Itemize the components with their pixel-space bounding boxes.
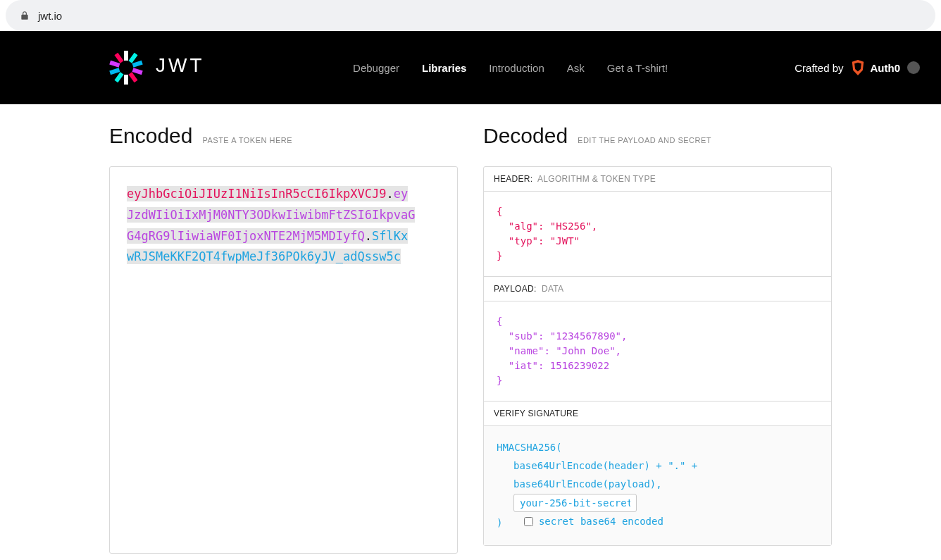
label-text: HEADER: bbox=[494, 174, 532, 184]
auth0-logo-icon bbox=[850, 60, 866, 75]
svg-rect-1 bbox=[124, 75, 128, 85]
token-signature-segment: SflKx bbox=[372, 229, 408, 243]
secret-base64-checkbox[interactable] bbox=[524, 517, 533, 526]
nav-debugger[interactable]: Debugger bbox=[353, 62, 399, 74]
logo-text: JWT bbox=[156, 55, 226, 81]
encoded-subtitle: PASTE A TOKEN HERE bbox=[202, 136, 292, 144]
nav-introduction[interactable]: Introduction bbox=[489, 62, 544, 74]
svg-rect-8 bbox=[128, 72, 137, 82]
decoded-payload-label: PAYLOAD: DATA bbox=[484, 277, 831, 301]
logo[interactable]: JWT bbox=[109, 51, 226, 85]
verify-signature-label: VERIFY SIGNATURE bbox=[484, 402, 831, 426]
main-content: Encoded PASTE A TOKEN HERE eyJhbGciOiJIU… bbox=[0, 104, 941, 560]
header-right: Crafted by Auth0 bbox=[794, 60, 920, 75]
decoded-header-json[interactable]: { "alg": "HS256", "typ": "JWT" } bbox=[484, 192, 831, 276]
decoded-column: Decoded EDIT THE PAYLOAD AND SECRET HEAD… bbox=[483, 124, 832, 554]
token-dot: . bbox=[386, 187, 393, 201]
token-header-segment: eyJhbGciOiJIUzI1NiIsInR5cCI6IkpXVCJ9 bbox=[127, 187, 386, 201]
label-text: PAYLOAD: bbox=[494, 284, 537, 294]
jwt-logo-icon bbox=[109, 51, 143, 85]
signature-body: HMACSHA256( base64UrlEncode(header) + ".… bbox=[484, 426, 831, 545]
sig-line-1: HMACSHA256( bbox=[497, 439, 818, 457]
main-nav: Debugger Libraries Introduction Ask Get … bbox=[353, 62, 668, 74]
token-payload-segment: ey bbox=[394, 187, 408, 201]
svg-rect-9 bbox=[114, 53, 123, 63]
decoded-pane: HEADER: ALGORITHM & TOKEN TYPE { "alg": … bbox=[483, 166, 832, 546]
sig-line-3: base64UrlEncode(payload), bbox=[497, 475, 818, 494]
token-payload-segment: G4gRG9lIiwiaWF0IjoxNTE2MjM5MDIyfQ bbox=[127, 229, 365, 243]
sig-close-paren: ) bbox=[497, 517, 502, 528]
label-dim: DATA bbox=[542, 284, 563, 294]
svg-rect-2 bbox=[128, 53, 137, 63]
help-icon[interactable] bbox=[907, 61, 920, 74]
decoded-header-label: HEADER: ALGORITHM & TOKEN TYPE bbox=[484, 167, 831, 192]
verify-signature-section: VERIFY SIGNATURE HMACSHA256( base64UrlEn… bbox=[484, 401, 831, 545]
lock-icon bbox=[20, 11, 30, 20]
nav-ask[interactable]: Ask bbox=[567, 62, 585, 74]
svg-rect-5 bbox=[109, 68, 120, 75]
browser-url: jwt.io bbox=[38, 10, 62, 22]
auth0-link[interactable]: Auth0 bbox=[850, 60, 900, 75]
nav-libraries[interactable]: Libraries bbox=[422, 62, 466, 74]
svg-rect-3 bbox=[114, 72, 123, 82]
token-signature-segment: wRJSMeKKF2QT4fwpMeJf36POk6yJV_adQssw5c bbox=[127, 249, 401, 263]
token-dot: . bbox=[365, 229, 372, 243]
decoded-subtitle: EDIT THE PAYLOAD AND SECRET bbox=[578, 136, 711, 144]
label-dim: ALGORITHM & TOKEN TYPE bbox=[537, 174, 656, 184]
token-payload-segment: JzdWIiOiIxMjM0NTY3ODkwIiwibmFtZSI6IkpvaG bbox=[127, 208, 415, 222]
svg-rect-4 bbox=[132, 61, 143, 68]
encoded-token-input[interactable]: eyJhbGciOiJIUzI1NiIsInR5cCI6IkpXVCJ9.eyJ… bbox=[109, 166, 458, 554]
svg-rect-0 bbox=[124, 51, 128, 61]
decoded-payload-json[interactable]: { "sub": "1234567890", "name": "John Doe… bbox=[484, 301, 831, 401]
site-header: JWT Debugger Libraries Introduction Ask … bbox=[0, 31, 941, 104]
decoded-payload-section: PAYLOAD: DATA { "sub": "1234567890", "na… bbox=[484, 276, 831, 401]
decoded-title: Decoded bbox=[483, 124, 568, 148]
crafted-by-label: Crafted by bbox=[794, 62, 843, 74]
encoded-token-text: eyJhbGciOiJIUzI1NiIsInR5cCI6IkpXVCJ9.eyJ… bbox=[127, 184, 440, 268]
svg-rect-6 bbox=[132, 68, 143, 75]
decoded-header-section: HEADER: ALGORITHM & TOKEN TYPE { "alg": … bbox=[484, 167, 831, 276]
secret-input[interactable] bbox=[513, 494, 637, 512]
encoded-column: Encoded PASTE A TOKEN HERE eyJhbGciOiJIU… bbox=[109, 124, 458, 554]
browser-address-bar[interactable]: jwt.io bbox=[6, 0, 935, 31]
jwt-wordmark-icon: JWT bbox=[156, 55, 226, 76]
sig-line-2: base64UrlEncode(header) + "." + bbox=[497, 457, 818, 475]
secret-base64-label[interactable]: secret base64 encoded bbox=[539, 513, 663, 531]
svg-rect-7 bbox=[109, 61, 120, 68]
encoded-title: Encoded bbox=[109, 124, 192, 148]
nav-tshirt[interactable]: Get a T-shirt! bbox=[607, 62, 668, 74]
auth0-text: Auth0 bbox=[870, 62, 900, 74]
